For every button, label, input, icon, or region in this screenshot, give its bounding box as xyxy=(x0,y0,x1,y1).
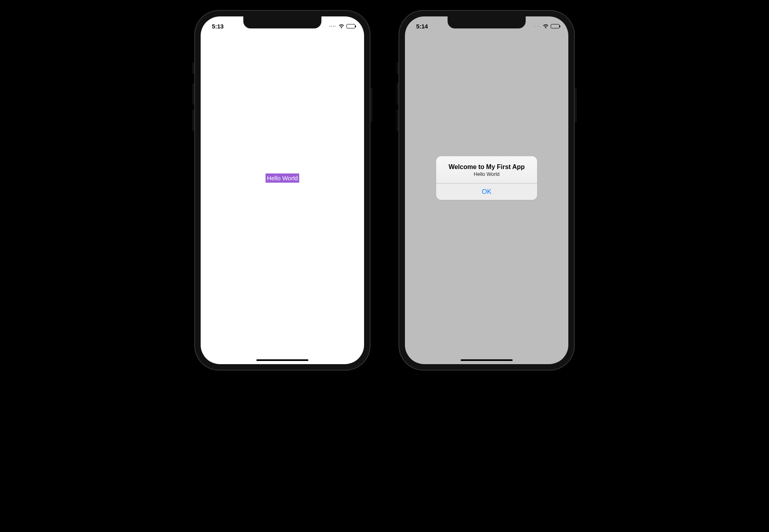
mute-switch xyxy=(192,62,194,74)
alert-actions: OK xyxy=(436,183,537,200)
wifi-icon xyxy=(338,24,344,28)
status-time: 5:14 xyxy=(416,21,428,30)
volume-up-button xyxy=(192,83,194,105)
cellular-signal-icon xyxy=(533,26,540,27)
phone-mockup-left: 5:13 Hello World xyxy=(194,10,370,371)
battery-icon xyxy=(346,24,355,28)
alert-body: Welcome to My First App Hello World xyxy=(436,156,537,183)
phone-mockup-right: 5:14 Welcome to My First App Hello World… xyxy=(399,10,575,371)
home-indicator[interactable] xyxy=(256,359,308,361)
phone-screen: 5:13 Hello World xyxy=(201,16,364,364)
app-content-dimmed: Welcome to My First App Hello World OK xyxy=(405,34,568,364)
home-indicator[interactable] xyxy=(461,359,513,361)
notch xyxy=(244,16,322,28)
volume-down-button xyxy=(397,109,399,131)
alert-message: Hello World xyxy=(442,171,531,177)
notch xyxy=(448,16,526,28)
status-right xyxy=(329,22,356,28)
mute-switch xyxy=(397,62,399,74)
app-content: Hello World xyxy=(201,34,364,364)
alert-dialog: Welcome to My First App Hello World OK xyxy=(436,156,537,200)
status-right xyxy=(533,22,560,28)
hello-world-button[interactable]: Hello World xyxy=(266,173,299,183)
alert-title: Welcome to My First App xyxy=(442,163,531,171)
wifi-icon xyxy=(543,24,549,28)
volume-up-button xyxy=(397,83,399,105)
power-button xyxy=(370,88,372,122)
power-button xyxy=(575,88,577,122)
phone-screen: 5:14 Welcome to My First App Hello World… xyxy=(405,16,568,364)
volume-down-button xyxy=(192,109,194,131)
cellular-signal-icon xyxy=(329,26,336,27)
alert-ok-button[interactable]: OK xyxy=(436,183,537,200)
battery-icon xyxy=(551,24,560,28)
status-time: 5:13 xyxy=(212,21,223,30)
